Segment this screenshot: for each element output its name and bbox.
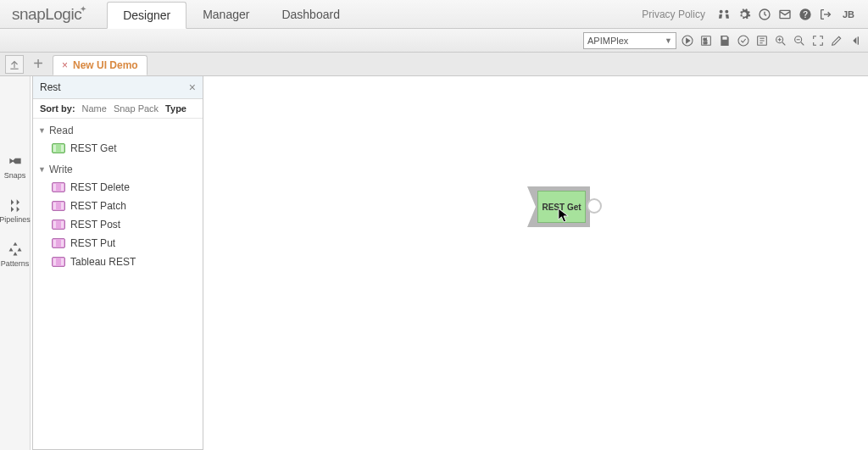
snap-search-input[interactable] bbox=[33, 76, 182, 98]
rail-snaps-label: Snaps bbox=[4, 171, 26, 180]
pipeline-canvas[interactable]: REST Get bbox=[203, 76, 868, 450]
snap-item-label: Tableau REST bbox=[70, 256, 136, 268]
properties-icon[interactable] bbox=[754, 33, 770, 48]
clock-icon[interactable] bbox=[758, 8, 771, 21]
nav-tab-designer[interactable]: Designer bbox=[107, 2, 186, 29]
clear-search-icon[interactable]: × bbox=[182, 81, 203, 94]
snap-item-rest-delete[interactable]: REST Delete bbox=[36, 178, 199, 197]
document-tab[interactable]: × New UI Demo bbox=[53, 55, 147, 75]
sort-row: Sort by: Name Snap Pack Type bbox=[33, 99, 203, 119]
snap-type-write-icon bbox=[52, 238, 65, 248]
group-name-write: Write bbox=[49, 164, 73, 175]
snap-item-label: REST Patch bbox=[70, 200, 126, 212]
brand-part2: Logic bbox=[45, 5, 81, 24]
snap-item-label: REST Put bbox=[70, 237, 115, 249]
group-header-write[interactable]: ▼ Write bbox=[36, 161, 199, 178]
binary-icon[interactable]: 0110 bbox=[698, 33, 714, 48]
chevron-down-icon: ▼ bbox=[665, 36, 672, 45]
pipeline-dropdown-value: APIMPlex bbox=[587, 36, 628, 46]
snap-node-label: REST Get bbox=[537, 191, 586, 223]
main-area: Snaps Pipelines Patterns × Sort by: Name… bbox=[0, 76, 868, 450]
zoom-in-icon[interactable] bbox=[773, 33, 788, 48]
rail-snaps[interactable]: Snaps bbox=[4, 153, 26, 180]
side-rail: Snaps Pipelines Patterns bbox=[0, 76, 31, 450]
svg-rect-10 bbox=[858, 36, 859, 44]
rail-patterns[interactable]: Patterns bbox=[1, 241, 30, 268]
canvas-snap-rest-get[interactable]: REST Get bbox=[527, 186, 590, 227]
upload-pipeline-button[interactable] bbox=[5, 55, 24, 74]
tab-strip: + × New UI Demo bbox=[0, 53, 868, 76]
brand-flare-icon: ✦ bbox=[80, 4, 90, 14]
snap-item-label: REST Post bbox=[70, 219, 120, 231]
triangle-down-icon: ▼ bbox=[38, 165, 46, 174]
snap-type-write-icon bbox=[52, 182, 65, 192]
snap-output-port[interactable] bbox=[587, 198, 602, 214]
triangle-down-icon: ▼ bbox=[38, 126, 46, 135]
snap-search-row: × bbox=[33, 76, 203, 99]
pipeline-dropdown[interactable]: APIMPlex ▼ bbox=[583, 32, 676, 49]
rail-pipelines-label: Pipelines bbox=[0, 215, 31, 224]
fit-icon[interactable] bbox=[810, 33, 826, 48]
snap-item-rest-post[interactable]: REST Post bbox=[36, 215, 199, 234]
binoculars-icon[interactable] bbox=[717, 8, 731, 21]
rail-pipelines[interactable]: Pipelines bbox=[0, 197, 31, 224]
collapse-icon[interactable] bbox=[848, 33, 863, 48]
snap-group-read: ▼ Read REST Get bbox=[36, 122, 199, 158]
svg-point-6 bbox=[738, 36, 748, 46]
zoom-out-icon[interactable] bbox=[792, 33, 807, 48]
snap-group-write: ▼ Write REST Delete REST Patch REST Post bbox=[36, 161, 199, 271]
snap-item-label: REST Delete bbox=[70, 181, 130, 193]
document-tab-name: New UI Demo bbox=[73, 59, 138, 71]
validate-icon[interactable] bbox=[736, 33, 751, 48]
toolbar: APIMPlex ▼ 0110 bbox=[0, 29, 868, 53]
group-name-read: Read bbox=[49, 125, 74, 136]
sort-type[interactable]: Type bbox=[165, 103, 186, 114]
play-icon[interactable] bbox=[680, 33, 695, 48]
svg-text:10: 10 bbox=[704, 41, 708, 45]
snap-type-write-icon bbox=[52, 219, 65, 230]
sort-name[interactable]: Name bbox=[82, 103, 107, 114]
snap-item-rest-put[interactable]: REST Put bbox=[36, 234, 199, 253]
mail-icon[interactable] bbox=[778, 8, 792, 21]
close-tab-icon[interactable]: × bbox=[62, 59, 68, 71]
help-icon[interactable] bbox=[798, 8, 812, 21]
app-header: snapLogic✦ Designer Manager Dashboard Pr… bbox=[0, 0, 868, 29]
sort-snappack[interactable]: Snap Pack bbox=[114, 103, 159, 114]
group-header-read[interactable]: ▼ Read bbox=[36, 122, 199, 139]
edit-icon[interactable] bbox=[829, 33, 844, 48]
nav-tab-manager[interactable]: Manager bbox=[186, 1, 265, 28]
brand-logo: snapLogic✦ bbox=[0, 5, 102, 24]
snap-type-write-icon bbox=[52, 201, 65, 211]
snap-type-read-icon bbox=[52, 143, 65, 153]
snap-item-tableau-rest[interactable]: Tableau REST bbox=[36, 253, 199, 271]
nav-tab-dashboard[interactable]: Dashboard bbox=[265, 1, 356, 28]
exit-icon[interactable] bbox=[819, 8, 832, 21]
user-badge[interactable]: JB bbox=[839, 8, 858, 21]
snap-item-rest-get[interactable]: REST Get bbox=[36, 139, 199, 158]
privacy-policy-link[interactable]: Privacy Policy bbox=[642, 8, 705, 20]
snap-catalog-panel: × Sort by: Name Snap Pack Type ▼ Read RE… bbox=[32, 76, 203, 450]
rail-patterns-label: Patterns bbox=[1, 259, 30, 268]
brand-part1: snap bbox=[12, 5, 45, 24]
header-right: Privacy Policy JB bbox=[642, 8, 868, 21]
snap-item-label: REST Get bbox=[70, 142, 116, 154]
gear-icon[interactable] bbox=[737, 8, 751, 21]
sort-label: Sort by: bbox=[40, 103, 75, 114]
save-icon[interactable] bbox=[717, 33, 732, 48]
snap-item-rest-patch[interactable]: REST Patch bbox=[36, 197, 199, 215]
new-pipeline-button[interactable]: + bbox=[29, 55, 47, 74]
snap-tree: ▼ Read REST Get ▼ Write REST Delete bbox=[33, 119, 203, 278]
nav-tabs: Designer Manager Dashboard bbox=[107, 1, 356, 28]
snap-type-write-icon bbox=[52, 257, 65, 267]
